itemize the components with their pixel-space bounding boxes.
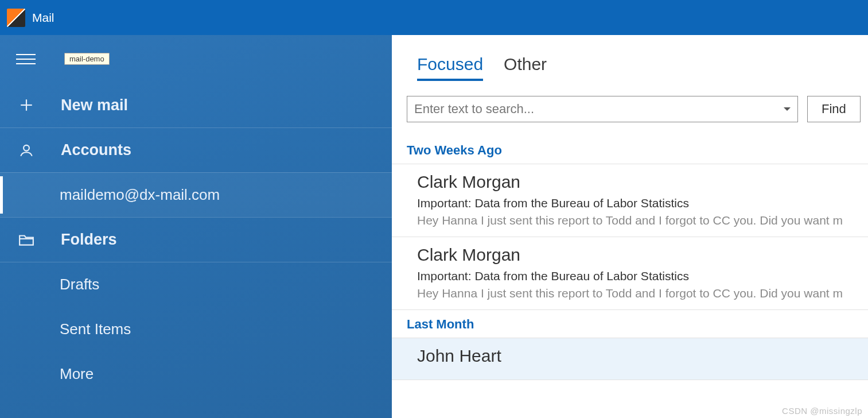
svg-point-2: [24, 145, 29, 150]
folder-drafts-label: Drafts: [60, 276, 99, 293]
search-bar: Find: [392, 81, 868, 136]
watermark: CSDN @missingzlp: [782, 406, 862, 416]
tab-focused[interactable]: Focused: [417, 55, 483, 81]
tab-other[interactable]: Other: [504, 55, 547, 81]
search-combo[interactable]: [407, 96, 798, 122]
account-email: maildemo@dx-mail.com: [60, 186, 220, 204]
chevron-down-icon[interactable]: [784, 107, 791, 111]
sidebar-folder-sent[interactable]: Sent Items: [0, 307, 392, 351]
message-list: Two Weeks Ago Clark Morgan Important: Da…: [392, 136, 868, 418]
sidebar-folder-drafts[interactable]: Drafts: [0, 262, 392, 307]
sidebar-folder-more[interactable]: More: [0, 351, 392, 396]
accounts-label: Accounts: [61, 141, 131, 159]
new-mail-label: New mail: [61, 96, 128, 114]
sidebar-account-item[interactable]: maildemo@dx-mail.com: [0, 172, 392, 217]
title-bar: Mail: [0, 0, 868, 35]
mail-item[interactable]: John Heart: [392, 338, 868, 380]
find-button[interactable]: Find: [807, 96, 861, 122]
mail-sender: Clark Morgan: [417, 172, 868, 192]
mail-item[interactable]: Clark Morgan Important: Data from the Bu…: [392, 164, 868, 237]
group-header: Two Weeks Ago: [392, 136, 868, 164]
mail-subject: Important: Data from the Bureau of Labor…: [417, 196, 868, 210]
folder-sent-label: Sent Items: [60, 320, 131, 338]
folders-label: Folders: [61, 231, 117, 249]
search-input[interactable]: [414, 102, 784, 117]
sidebar-folders-header[interactable]: Folders: [0, 217, 392, 262]
main-panel: Focused Other Find Two Weeks Ago Clark M…: [392, 35, 868, 418]
mail-preview: Hey Hanna I just sent this report to Tod…: [417, 287, 868, 300]
group-header: Last Month: [392, 310, 868, 338]
hamburger-menu-button[interactable]: [16, 54, 36, 64]
sidebar-accounts-header[interactable]: Accounts: [0, 127, 392, 172]
new-mail-button[interactable]: New mail: [0, 83, 392, 127]
mail-sender: Clark Morgan: [417, 245, 868, 265]
folder-more-label: More: [60, 365, 94, 383]
tooltip: mail-demo: [64, 53, 110, 65]
mail-preview: Hey Hanna I just sent this report to Tod…: [417, 214, 868, 227]
folder-icon: [17, 233, 36, 247]
mail-item[interactable]: Clark Morgan Important: Data from the Bu…: [392, 237, 868, 310]
mail-sender: John Heart: [417, 346, 868, 366]
tabs: Focused Other: [392, 35, 868, 81]
plus-icon: [17, 98, 36, 113]
mail-subject: Important: Data from the Bureau of Labor…: [417, 269, 868, 283]
app-logo-icon: [7, 9, 25, 27]
app-title: Mail: [32, 11, 55, 25]
person-icon: [17, 143, 36, 158]
sidebar: mail-demo New mail Accounts maildemo@dx-…: [0, 35, 392, 418]
